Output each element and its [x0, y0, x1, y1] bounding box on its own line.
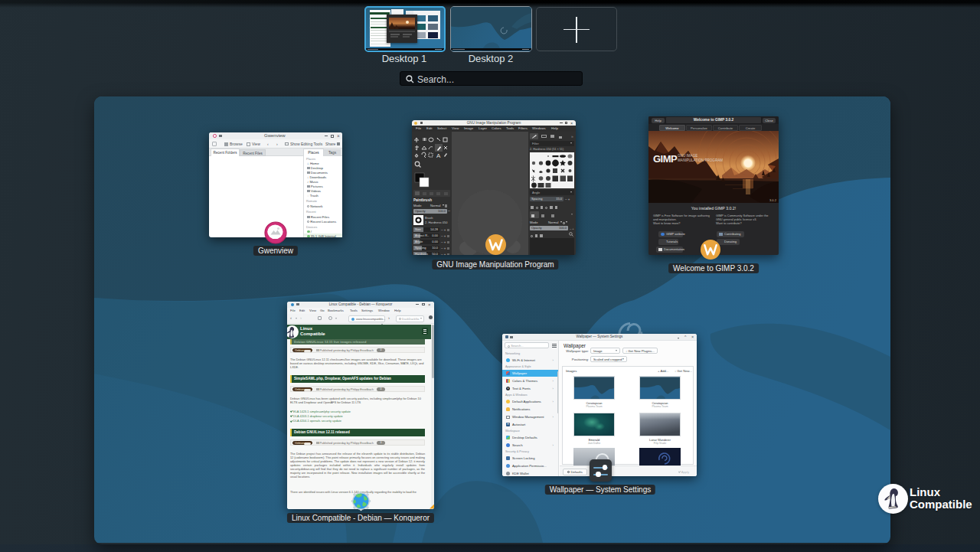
svg-text:MANIPULATION PROGRAM: MANIPULATION PROGRAM — [678, 158, 723, 162]
svg-text:GIMP: GIMP — [653, 153, 678, 165]
svg-text:3.0.2: 3.0.2 — [769, 198, 777, 202]
svg-text:A: A — [436, 152, 441, 159]
svg-text:GNU IMAGE: GNU IMAGE — [678, 154, 697, 158]
